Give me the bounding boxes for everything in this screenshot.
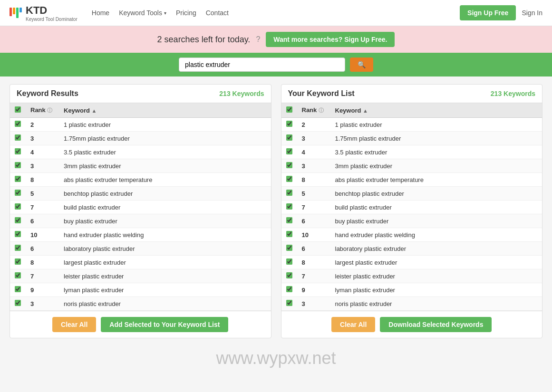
- logo-subtext: Keyword Tool Dominator: [26, 17, 77, 22]
- row-checkbox[interactable]: [286, 203, 292, 210]
- row-checkbox[interactable]: [286, 258, 292, 265]
- signup-button[interactable]: Sign Up Free: [460, 5, 516, 20]
- left-panel-footer: Clear All Add Selected to Your Keyword L…: [10, 311, 271, 338]
- right-col-keyword: Keyword ▲: [330, 103, 542, 118]
- left-col-keyword: Keyword ▲: [59, 103, 271, 118]
- row-checkbox[interactable]: [15, 176, 21, 182]
- row-rank: 7: [297, 269, 330, 283]
- row-rank: 7: [26, 269, 59, 283]
- row-checkbox[interactable]: [286, 176, 292, 182]
- row-checkbox[interactable]: [15, 190, 21, 196]
- row-rank: 7: [26, 201, 59, 214]
- row-checkbox[interactable]: [15, 217, 21, 223]
- row-check-cell: [10, 187, 26, 201]
- row-checkbox[interactable]: [286, 121, 292, 127]
- row-checkbox[interactable]: [286, 148, 292, 154]
- row-keyword: benchtop plastic extruder: [59, 187, 271, 201]
- table-row: 5 benchtop plastic extruder: [10, 187, 271, 201]
- rank-help-icon[interactable]: ⓘ: [47, 107, 52, 113]
- search-button[interactable]: 🔍: [350, 57, 373, 72]
- add-selected-button[interactable]: Add Selected to Your Keyword List: [101, 317, 228, 332]
- download-button[interactable]: Download Selected Keywords: [380, 317, 492, 332]
- table-row: 10 hand extruder plastic welding: [281, 228, 542, 242]
- row-keyword: 3mm plastic extruder: [59, 159, 271, 173]
- row-checkbox[interactable]: [15, 300, 21, 306]
- right-select-all-checkbox[interactable]: [286, 106, 292, 113]
- left-table-wrapper: Rank ⓘ Keyword ▲ 2 1 plastic extruder: [10, 103, 271, 311]
- search-input[interactable]: [179, 57, 345, 72]
- nav-links: Home Keyword Tools ▾ Pricing Contact: [92, 9, 460, 17]
- right-panel: Your Keyword List 213 Keywords Rank ⓘ: [281, 84, 543, 338]
- table-row: 3 3mm plastic extruder: [10, 159, 271, 173]
- row-check-cell: [10, 145, 26, 159]
- row-keyword: lyman plastic extruder: [330, 283, 542, 297]
- row-checkbox[interactable]: [286, 162, 292, 168]
- right-keyword-sort-icon[interactable]: ▲: [363, 108, 368, 114]
- row-rank: 10: [26, 228, 59, 242]
- row-check-cell: [281, 297, 297, 311]
- logo-icon: [10, 8, 22, 18]
- search-bar-area: 🔍: [0, 53, 552, 76]
- row-checkbox[interactable]: [15, 203, 21, 210]
- table-row: 3 1.75mm plastic extruder: [281, 132, 542, 145]
- row-check-cell: [10, 201, 26, 214]
- row-checkbox[interactable]: [15, 148, 21, 154]
- left-col-rank: Rank ⓘ: [26, 103, 59, 118]
- row-rank: 7: [297, 201, 330, 214]
- row-rank: 4: [297, 145, 330, 159]
- help-icon[interactable]: ?: [256, 35, 260, 44]
- row-rank: 8: [297, 256, 330, 269]
- row-rank: 6: [297, 214, 330, 228]
- nav-pricing[interactable]: Pricing: [176, 9, 196, 17]
- row-keyword: build plastic extruder: [59, 201, 271, 214]
- table-row: 7 leister plastic extruder: [281, 269, 542, 283]
- row-checkbox[interactable]: [15, 162, 21, 168]
- row-rank: 2: [26, 118, 59, 132]
- row-check-cell: [10, 269, 26, 283]
- row-checkbox[interactable]: [15, 272, 21, 278]
- keyword-sort-icon[interactable]: ▲: [92, 108, 97, 114]
- table-row: 7 build plastic extruder: [10, 201, 271, 214]
- nav-contact[interactable]: Contact: [206, 9, 229, 17]
- row-checkbox[interactable]: [286, 231, 292, 237]
- left-clear-button[interactable]: Clear All: [52, 317, 96, 332]
- right-rank-help-icon[interactable]: ⓘ: [319, 107, 324, 113]
- row-checkbox[interactable]: [286, 217, 292, 223]
- nav-home[interactable]: Home: [92, 9, 109, 17]
- row-checkbox[interactable]: [15, 231, 21, 237]
- right-panel-title: Your Keyword List: [288, 89, 355, 98]
- row-checkbox[interactable]: [15, 258, 21, 265]
- row-checkbox[interactable]: [15, 286, 21, 292]
- row-checkbox[interactable]: [286, 190, 292, 196]
- row-rank: 8: [26, 173, 59, 187]
- table-row: 9 lyman plastic extruder: [10, 283, 271, 297]
- row-checkbox[interactable]: [15, 245, 21, 251]
- left-table-body: 2 1 plastic extruder 3 1.75mm plastic ex…: [10, 118, 271, 311]
- right-keyword-table: Rank ⓘ Keyword ▲ 2 1 plastic extruder: [281, 103, 542, 311]
- row-rank: 4: [26, 145, 59, 159]
- row-keyword: 3.5 plastic extruder: [59, 145, 271, 159]
- row-checkbox[interactable]: [286, 300, 292, 306]
- want-more-button[interactable]: Want more searches? Sign Up Free.: [266, 32, 395, 47]
- row-checkbox[interactable]: [286, 134, 292, 141]
- row-rank: 8: [26, 256, 59, 269]
- row-checkbox[interactable]: [15, 121, 21, 127]
- table-row: 2 1 plastic extruder: [10, 118, 271, 132]
- row-keyword: hand extruder plastic welding: [330, 228, 542, 242]
- right-table-body: 2 1 plastic extruder 3 1.75mm plastic ex…: [281, 118, 542, 311]
- table-row: 7 build plastic extruder: [281, 201, 542, 214]
- right-clear-button[interactable]: Clear All: [331, 317, 375, 332]
- left-select-all-checkbox[interactable]: [15, 106, 21, 113]
- nav-keyword-tools[interactable]: Keyword Tools ▾: [119, 9, 166, 17]
- row-check-cell: [281, 118, 297, 132]
- row-rank: 10: [297, 228, 330, 242]
- row-checkbox[interactable]: [286, 245, 292, 251]
- table-row: 3 noris plastic extruder: [10, 297, 271, 311]
- row-checkbox[interactable]: [286, 272, 292, 278]
- row-keyword: laboratory plastic extruder: [330, 242, 542, 256]
- row-checkbox[interactable]: [286, 286, 292, 292]
- row-keyword: noris plastic extruder: [59, 297, 271, 311]
- signin-link[interactable]: Sign In: [522, 9, 542, 17]
- table-row: 7 leister plastic extruder: [10, 269, 271, 283]
- row-checkbox[interactable]: [15, 134, 21, 141]
